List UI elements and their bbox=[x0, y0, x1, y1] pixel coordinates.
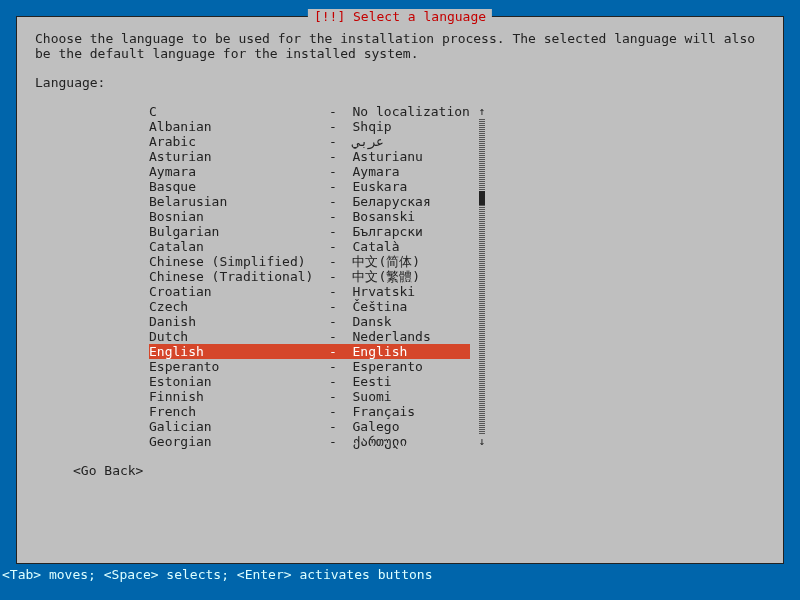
instruction-text: Choose the language to be used for the i… bbox=[35, 31, 765, 61]
scroll-up-arrow-icon[interactable]: ↑ bbox=[478, 104, 486, 119]
language-row[interactable]: Georgian - ქართული bbox=[149, 434, 470, 449]
dialog-frame: [!!] Select a language Choose the langua… bbox=[16, 16, 784, 564]
language-row[interactable]: Galician - Galego bbox=[149, 419, 470, 434]
language-row[interactable]: Bulgarian - Български bbox=[149, 224, 470, 239]
language-row[interactable]: Croatian - Hrvatski bbox=[149, 284, 470, 299]
language-row[interactable]: Arabic - عربي bbox=[149, 134, 470, 149]
language-row[interactable]: Finnish - Suomi bbox=[149, 389, 470, 404]
language-row[interactable]: Danish - Dansk bbox=[149, 314, 470, 329]
scroll-track[interactable] bbox=[479, 119, 485, 434]
dialog-title-marker: [!!] bbox=[314, 9, 353, 24]
language-prompt: Language: bbox=[35, 75, 765, 90]
language-list[interactable]: C - No localizationAlbanian - ShqipArabi… bbox=[149, 104, 470, 449]
scrollbar[interactable]: ↑ ↓ bbox=[478, 104, 486, 449]
language-row[interactable]: Asturian - Asturianu bbox=[149, 149, 470, 164]
language-row[interactable]: Czech - Čeština bbox=[149, 299, 470, 314]
scroll-down-arrow-icon[interactable]: ↓ bbox=[478, 434, 486, 449]
language-row[interactable]: C - No localization bbox=[149, 104, 470, 119]
scroll-thumb[interactable] bbox=[479, 191, 485, 205]
language-row[interactable]: Catalan - Català bbox=[149, 239, 470, 254]
language-row[interactable]: English - English bbox=[149, 344, 470, 359]
dialog-content: Choose the language to be used for the i… bbox=[17, 17, 783, 484]
dialog-title-text: Select a language bbox=[353, 9, 486, 24]
language-row[interactable]: Dutch - Nederlands bbox=[149, 329, 470, 344]
language-row[interactable]: French - Français bbox=[149, 404, 470, 419]
language-row[interactable]: Bosnian - Bosanski bbox=[149, 209, 470, 224]
language-row[interactable]: Chinese (Traditional) - 中文(繁體) bbox=[149, 269, 470, 284]
language-row[interactable]: Basque - Euskara bbox=[149, 179, 470, 194]
footer-bar: <Tab> moves; <Space> selects; <Enter> ac… bbox=[0, 564, 800, 600]
language-row[interactable]: Chinese (Simplified) - 中文(简体) bbox=[149, 254, 470, 269]
dialog-title: [!!] Select a language bbox=[308, 9, 492, 24]
language-row[interactable]: Belarusian - Беларуская bbox=[149, 194, 470, 209]
list-area: C - No localizationAlbanian - ShqipArabi… bbox=[35, 104, 765, 449]
go-back-button[interactable]: <Go Back> bbox=[73, 463, 143, 478]
language-row[interactable]: Aymara - Aymara bbox=[149, 164, 470, 179]
language-row[interactable]: Esperanto - Esperanto bbox=[149, 359, 470, 374]
language-row[interactable]: Estonian - Eesti bbox=[149, 374, 470, 389]
language-row[interactable]: Albanian - Shqip bbox=[149, 119, 470, 134]
footer-help-text: <Tab> moves; <Space> selects; <Enter> ac… bbox=[2, 567, 432, 582]
